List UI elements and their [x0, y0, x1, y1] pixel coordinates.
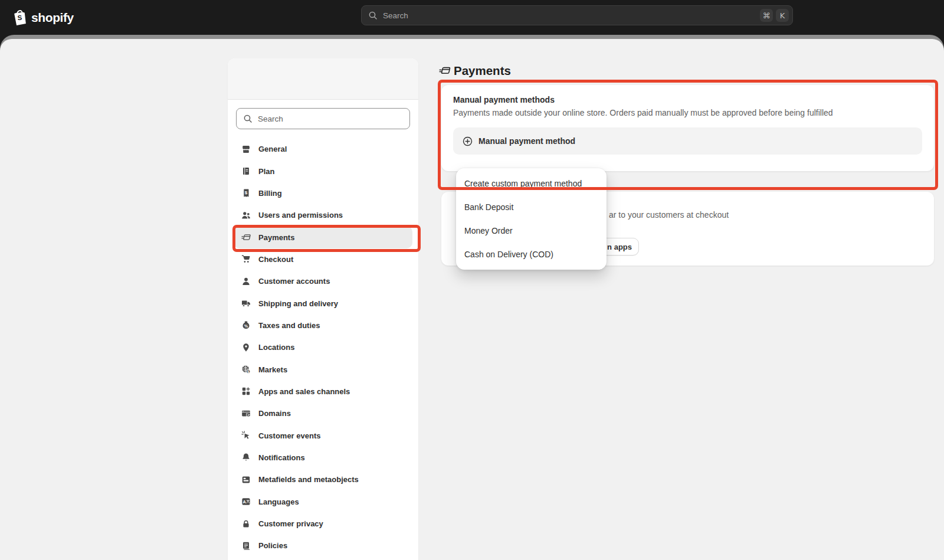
topbar: S shopify Search ⌘ K [0, 0, 944, 35]
sidebar-item-plan[interactable]: Plan [234, 160, 412, 182]
global-search-input[interactable]: Search ⌘ K [361, 5, 793, 25]
sidebar-item-locations[interactable]: Locations [234, 336, 412, 358]
metafields-icon [241, 475, 251, 484]
sidebar-item-policies[interactable]: Policies [234, 535, 412, 556]
languages-icon: A [241, 497, 251, 506]
person-icon [241, 277, 251, 286]
sidebar-item-label: Users and permissions [258, 211, 343, 220]
sidebar-item-payments[interactable]: Payments [234, 226, 412, 248]
globe-icon: $ [241, 365, 251, 374]
shopify-wordmark: shopify [31, 11, 74, 25]
shortcut-keys: ⌘ K [760, 9, 789, 22]
sidebar-item-label: Customer events [258, 431, 320, 440]
sidebar-item-label: Metafields and metaobjects [258, 475, 359, 484]
sidebar-item-billing[interactable]: $Billing [234, 182, 412, 204]
manual-payment-methods-description: Payments made outside your online store.… [453, 108, 922, 117]
sidebar-item-label: Customer privacy [258, 519, 323, 528]
svg-text:S: S [17, 14, 22, 22]
global-search-placeholder: Search [383, 11, 408, 20]
plus-circle-icon [463, 136, 473, 146]
payments-icon [241, 232, 251, 242]
svg-text:%: % [244, 324, 248, 328]
sidebar-item-notifications[interactable]: Notifications [234, 447, 412, 469]
sidebar-item-label: Policies [258, 541, 287, 550]
svg-text:$: $ [245, 190, 248, 195]
sidebar-item-customer-events[interactable]: Customer events [234, 424, 412, 446]
sidebar-item-apps-and-sales-channels[interactable]: Apps and sales channels [234, 381, 412, 402]
sidebar-item-shipping-and-delivery[interactable]: Shipping and delivery [234, 292, 412, 314]
sidebar-item-markets[interactable]: $Markets [234, 358, 412, 380]
policies-icon [241, 541, 251, 551]
sidebar-item-label: Checkout [258, 255, 293, 264]
settings-sidebar: Search GeneralPlan$BillingUsers and perm… [228, 58, 418, 560]
sidebar-item-label: Billing [258, 189, 282, 198]
dropdown-item-cash-on-delivery-cod[interactable]: Cash on Delivery (COD) [456, 243, 607, 266]
sidebar-item-label: Languages [258, 497, 299, 506]
shopify-bag-icon: S [13, 9, 27, 25]
sidebar-item-label: Shipping and delivery [258, 299, 338, 308]
dropdown-item-money-order[interactable]: Money Order [456, 219, 607, 243]
sidebar-item-label: General [258, 145, 287, 153]
apps-icon [241, 387, 251, 396]
command-key-badge: ⌘ [760, 9, 773, 22]
store-icon [241, 145, 251, 154]
sidebar-item-label: Locations [258, 343, 294, 352]
location-pin-icon [241, 343, 251, 352]
manual-payment-methods-heading: Manual payment methods [453, 95, 922, 104]
dropdown-item-create-custom-payment-method[interactable]: Create custom payment method [456, 172, 607, 195]
payments-icon [439, 65, 451, 77]
sidebar-item-label: Payments [258, 233, 294, 242]
sidebar-item-label: Apps and sales channels [258, 387, 350, 396]
sidebar-item-metafields-and-metaobjects[interactable]: Metafields and metaobjects [234, 469, 412, 490]
sidebar-item-users-and-permissions[interactable]: Users and permissions [234, 204, 412, 226]
sidebar-item-label: Domains [258, 409, 291, 418]
cursor-spark-icon [241, 431, 251, 440]
sidebar-item-label: Plan [258, 167, 274, 176]
sidebar-header [228, 58, 418, 100]
sidebar-search-placeholder: Search [258, 114, 283, 123]
k-key-badge: K [776, 9, 789, 22]
manual-payment-method-dropdown: Create custom payment methodBank Deposit… [456, 168, 607, 270]
page-title: Payments [454, 64, 511, 78]
users-icon [241, 211, 251, 220]
sidebar-item-label: Notifications [258, 453, 305, 462]
sidebar-item-domains[interactable]: Domains [234, 402, 412, 424]
plan-icon [241, 166, 251, 176]
truck-icon [241, 299, 251, 308]
sidebar-item-general[interactable]: General [234, 138, 412, 160]
taxes-icon: % [241, 320, 251, 330]
svg-text:A: A [242, 499, 246, 505]
search-icon [243, 114, 253, 123]
dropdown-item-bank-deposit[interactable]: Bank Deposit [456, 195, 607, 219]
sidebar-item-label: Taxes and duties [258, 321, 320, 330]
cart-icon [241, 254, 251, 264]
sidebar-item-languages[interactable]: ALanguages [234, 491, 412, 513]
manual-payment-method-button[interactable]: Manual payment method [453, 127, 922, 155]
svg-text:$: $ [247, 370, 249, 374]
bell-icon [241, 453, 251, 462]
domains-icon [241, 409, 251, 418]
sidebar-item-label: Customer accounts [258, 277, 330, 286]
sidebar-item-taxes-and-duties[interactable]: %Taxes and duties [234, 315, 412, 336]
sidebar-item-checkout[interactable]: Checkout [234, 248, 412, 270]
manual-payment-methods-card: Manual payment methods Payments made out… [441, 85, 934, 171]
sidebar-item-label: Markets [258, 365, 287, 374]
shopify-logo: S shopify [13, 0, 74, 35]
sidebar-search-input[interactable]: Search [236, 108, 410, 129]
billing-icon: $ [241, 188, 251, 198]
settings-nav: GeneralPlan$BillingUsers and permissions… [228, 138, 418, 557]
sidebar-item-customer-privacy[interactable]: Customer privacy [234, 513, 412, 535]
lock-icon [241, 519, 251, 529]
page-title-row: Payments [439, 64, 511, 78]
sidebar-item-customer-accounts[interactable]: Customer accounts [234, 270, 412, 292]
search-icon [368, 11, 378, 20]
supported-card-description-fragment: ar to your customers at checkout [609, 210, 729, 220]
manual-payment-method-button-label: Manual payment method [478, 136, 575, 146]
